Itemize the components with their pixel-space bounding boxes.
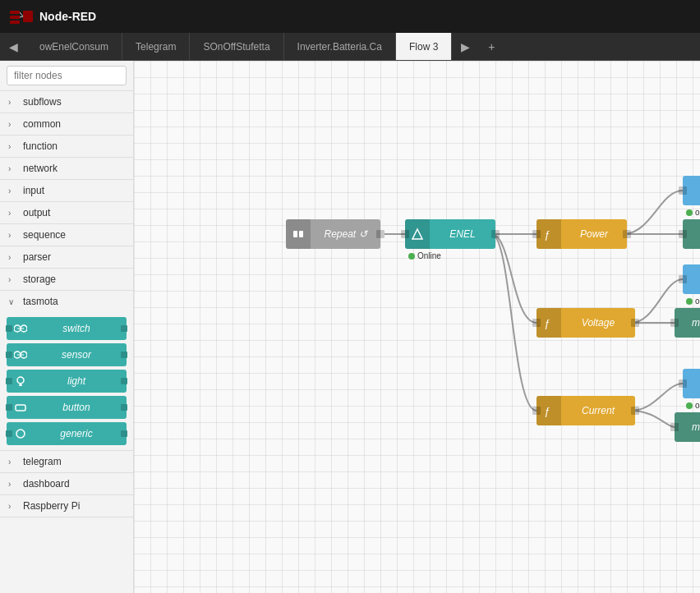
enel-port-right <box>491 230 500 238</box>
port-left <box>6 325 12 332</box>
svg-point-12 <box>17 377 24 384</box>
sidebar-item-button[interactable]: button <box>7 396 127 419</box>
port-left <box>6 378 12 384</box>
button-label: button <box>33 402 120 413</box>
tab-inverter[interactable]: Inverter.Batteria.Ca <box>284 33 396 60</box>
sidebar-group-network: › network <box>0 158 133 180</box>
repeat-node-body: Repeat ↺ <box>311 219 380 249</box>
sidebar-group-header-storage[interactable]: › storage <box>0 269 133 290</box>
power-fn-port-left <box>532 230 541 238</box>
sidebar-group-header-output[interactable]: › output <box>0 202 133 223</box>
power-http-node[interactable]: Power ok RC=200 <box>683 176 700 205</box>
svg-rect-15 <box>16 405 25 411</box>
current-payload-node[interactable]: msg.payload <box>675 412 700 442</box>
sidebar-group-header-raspberry-pi[interactable]: › Raspberry Pi <box>0 495 133 517</box>
sidebar-item-sensor[interactable]: sensor <box>7 343 127 366</box>
tab-flow3[interactable]: Flow 3 <box>396 33 452 60</box>
sidebar-group-header-function[interactable]: › function <box>0 136 133 157</box>
enel-port-left <box>401 230 409 238</box>
sidebar-item-light[interactable]: light <box>7 370 127 393</box>
current-payload-port-left <box>670 423 679 431</box>
tabbar: ◀ owEnelConsum Telegram SOnOffStufetta I… <box>0 33 700 61</box>
tab-next-button[interactable]: ▶ <box>452 33 478 60</box>
light-label: light <box>33 375 120 387</box>
power-fn-body: Power <box>561 219 627 249</box>
svg-rect-2 <box>10 21 20 24</box>
sidebar-group-header-sequence[interactable]: › sequence <box>0 224 133 246</box>
port-left <box>6 430 12 437</box>
sidebar-group-raspberry-pi: › Raspberry Pi <box>0 495 133 517</box>
button-icon <box>13 400 28 415</box>
current-fn-node[interactable]: ƒ Current <box>537 396 635 425</box>
sidebar-group-header-input[interactable]: › input <box>0 180 133 201</box>
sidebar-group-label-sequence: sequence <box>23 229 66 241</box>
chevron-icon: › <box>8 253 20 262</box>
switch-label: switch <box>33 323 120 334</box>
svg-line-5 <box>20 16 23 17</box>
tab-add-button[interactable]: + <box>478 33 504 60</box>
chevron-icon: › <box>8 186 20 195</box>
tab-sonoffstufetta[interactable]: SOnOffStufetta <box>190 33 283 60</box>
tab-owenelconsum[interactable]: owEnelConsum <box>26 33 122 60</box>
sidebar-item-generic[interactable]: generic <box>7 422 127 445</box>
main-layout: › subflows › common › function › network <box>0 61 700 593</box>
port-left <box>6 352 12 358</box>
power-node2[interactable]: Power <box>683 219 700 249</box>
tab-prev-button[interactable]: ◀ <box>0 33 26 60</box>
sidebar-group-header-telegram[interactable]: › telegram <box>0 451 133 472</box>
tasmota-nodes: switch sensor light <box>0 312 133 450</box>
current-http-status: ok RC=200 <box>686 401 700 410</box>
repeat-node[interactable]: Repeat ↺ <box>286 219 380 249</box>
sidebar-item-switch[interactable]: switch <box>7 317 127 340</box>
chevron-down-icon: ∨ <box>8 297 20 306</box>
sidebar-group-header-dashboard[interactable]: › dashboard <box>0 473 133 494</box>
tab-telegram[interactable]: Telegram <box>122 33 190 60</box>
current-fn-port-left <box>532 407 541 415</box>
current-http-status-dot <box>686 402 693 409</box>
sidebar-group-header-subflows[interactable]: › subflows <box>0 91 133 113</box>
sidebar-group-label-storage: storage <box>23 274 56 285</box>
voltage-fn-node[interactable]: ƒ Voltage <box>537 308 635 338</box>
enel-node-body: ENEL <box>430 219 495 249</box>
current-http-status-label: ok RC=200 <box>695 401 700 410</box>
sidebar-group-header-parser[interactable]: › parser <box>0 246 133 268</box>
sidebar-group-header-network[interactable]: › network <box>0 158 133 179</box>
sidebar-group-header-tasmota[interactable]: ∨ tasmota <box>0 291 133 312</box>
power-fn-node[interactable]: ƒ Power <box>537 219 627 249</box>
voltage-payload-label: msg.payload <box>692 317 700 329</box>
sidebar-group-input: › input <box>0 180 133 202</box>
repeat-port-right <box>376 230 385 238</box>
sidebar-group-header-common[interactable]: › common <box>0 113 133 135</box>
sidebar-group-label-telegram: telegram <box>23 456 62 467</box>
svg-text:ƒ: ƒ <box>544 228 550 241</box>
sidebar-group-dashboard: › dashboard <box>0 473 133 495</box>
port-right <box>121 352 127 358</box>
svg-rect-17 <box>293 231 297 237</box>
topbar: Node-RED <box>0 0 700 33</box>
enel-status-dot <box>408 253 415 260</box>
voltage-payload-node[interactable]: msg.payload <box>675 308 700 338</box>
enel-node[interactable]: ENEL Online <box>405 219 495 249</box>
flow-canvas[interactable]: Repeat ↺ ENEL Online ƒ Powe <box>134 61 700 593</box>
power-http-status-label: ok RC=200 <box>695 208 700 217</box>
sidebar-group-parser: › parser <box>0 246 133 269</box>
voltage-http-node[interactable]: Voltage ok RC=200 <box>683 264 700 294</box>
chevron-icon: › <box>8 275 20 284</box>
search-box <box>0 61 133 91</box>
sidebar: › subflows › common › function › network <box>0 61 134 593</box>
sidebar-group-telegram: › telegram <box>0 451 133 473</box>
search-input[interactable] <box>7 66 127 85</box>
voltage-http-status-dot <box>686 298 693 305</box>
enel-node-label: ENEL <box>449 228 475 240</box>
voltage-fn-port-right <box>631 319 639 327</box>
sidebar-group-label-function: function <box>23 140 58 152</box>
current-http-node[interactable]: Current ok RC=200 <box>683 369 700 398</box>
sidebar-group-label-dashboard: dashboard <box>23 478 70 490</box>
chevron-icon: › <box>8 502 20 511</box>
svg-line-4 <box>20 12 23 16</box>
generic-label: generic <box>33 428 120 439</box>
sidebar-group-common: › common <box>0 113 133 136</box>
svg-rect-1 <box>10 16 20 19</box>
port-right <box>121 325 127 332</box>
svg-text:ƒ: ƒ <box>544 405 550 417</box>
